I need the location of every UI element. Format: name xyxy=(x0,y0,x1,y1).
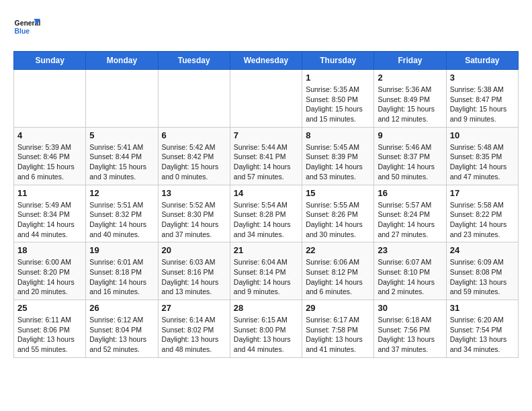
calendar-cell: 30Sunrise: 6:18 AMSunset: 7:56 PMDayligh… xyxy=(374,300,446,358)
calendar-cell xyxy=(230,70,302,128)
day-number: 22 xyxy=(306,245,370,255)
day-number: 15 xyxy=(306,188,370,198)
calendar-cell: 24Sunrise: 6:09 AMSunset: 8:08 PMDayligh… xyxy=(446,242,518,300)
day-info: Sunrise: 5:51 AMSunset: 8:32 PMDaylight:… xyxy=(89,200,154,240)
day-number: 28 xyxy=(234,303,298,313)
day-number: 1 xyxy=(306,73,370,83)
day-info: Sunrise: 6:06 AMSunset: 8:12 PMDaylight:… xyxy=(306,257,370,297)
day-of-week-header: Wednesday xyxy=(230,52,302,70)
day-number: 17 xyxy=(450,188,515,198)
day-of-week-header: Saturday xyxy=(446,52,518,70)
calendar-cell: 18Sunrise: 6:00 AMSunset: 8:20 PMDayligh… xyxy=(14,242,86,300)
calendar-cell: 26Sunrise: 6:12 AMSunset: 8:04 PMDayligh… xyxy=(86,300,158,358)
calendar-cell xyxy=(86,70,158,128)
day-number: 23 xyxy=(378,245,442,255)
calendar-cell: 27Sunrise: 6:14 AMSunset: 8:02 PMDayligh… xyxy=(158,300,230,358)
day-number: 25 xyxy=(17,303,82,313)
calendar-cell: 5Sunrise: 5:41 AMSunset: 8:44 PMDaylight… xyxy=(86,127,158,185)
calendar-cell: 31Sunrise: 6:20 AMSunset: 7:54 PMDayligh… xyxy=(446,300,518,358)
day-info: Sunrise: 6:11 AMSunset: 8:06 PMDaylight:… xyxy=(17,315,82,355)
calendar-cell: 7Sunrise: 5:44 AMSunset: 8:41 PMDaylight… xyxy=(230,127,302,185)
day-number: 26 xyxy=(89,303,154,313)
day-info: Sunrise: 6:00 AMSunset: 8:20 PMDaylight:… xyxy=(17,257,82,297)
day-info: Sunrise: 5:45 AMSunset: 8:39 PMDaylight:… xyxy=(306,142,370,182)
calendar-cell: 23Sunrise: 6:07 AMSunset: 8:10 PMDayligh… xyxy=(374,242,446,300)
calendar-cell: 14Sunrise: 5:54 AMSunset: 8:28 PMDayligh… xyxy=(230,185,302,242)
calendar-cell: 16Sunrise: 5:57 AMSunset: 8:24 PMDayligh… xyxy=(374,185,446,242)
day-number: 10 xyxy=(450,130,515,140)
day-info: Sunrise: 6:09 AMSunset: 8:08 PMDaylight:… xyxy=(450,257,515,297)
day-of-week-header: Thursday xyxy=(302,52,374,70)
calendar-cell: 10Sunrise: 5:48 AMSunset: 8:35 PMDayligh… xyxy=(446,127,518,185)
day-info: Sunrise: 5:36 AMSunset: 8:49 PMDaylight:… xyxy=(378,85,442,124)
calendar-cell: 19Sunrise: 6:01 AMSunset: 8:18 PMDayligh… xyxy=(86,242,158,300)
day-info: Sunrise: 5:35 AMSunset: 8:50 PMDaylight:… xyxy=(306,85,370,124)
calendar-table: SundayMondayTuesdayWednesdayThursdayFrid… xyxy=(13,51,519,358)
logo: General Blue xyxy=(13,13,40,40)
day-info: Sunrise: 6:14 AMSunset: 8:02 PMDaylight:… xyxy=(162,315,226,355)
calendar-cell: 2Sunrise: 5:36 AMSunset: 8:49 PMDaylight… xyxy=(374,70,446,128)
day-info: Sunrise: 5:58 AMSunset: 8:22 PMDaylight:… xyxy=(450,200,515,240)
day-number: 18 xyxy=(17,245,82,255)
calendar-cell: 29Sunrise: 6:17 AMSunset: 7:58 PMDayligh… xyxy=(302,300,374,358)
day-info: Sunrise: 6:04 AMSunset: 8:14 PMDaylight:… xyxy=(234,257,298,297)
day-info: Sunrise: 6:01 AMSunset: 8:18 PMDaylight:… xyxy=(89,257,154,297)
day-info: Sunrise: 6:15 AMSunset: 8:00 PMDaylight:… xyxy=(234,315,298,355)
day-number: 24 xyxy=(450,245,515,255)
day-number: 5 xyxy=(89,130,154,140)
calendar-cell xyxy=(158,70,230,128)
day-number: 30 xyxy=(378,303,442,313)
calendar-cell: 20Sunrise: 6:03 AMSunset: 8:16 PMDayligh… xyxy=(158,242,230,300)
day-info: Sunrise: 6:17 AMSunset: 7:58 PMDaylight:… xyxy=(306,315,370,355)
day-info: Sunrise: 5:54 AMSunset: 8:28 PMDaylight:… xyxy=(234,200,298,240)
day-of-week-header: Sunday xyxy=(14,52,86,70)
page-header: General Blue xyxy=(13,13,519,40)
day-info: Sunrise: 6:18 AMSunset: 7:56 PMDaylight:… xyxy=(378,315,442,355)
calendar-cell: 15Sunrise: 5:55 AMSunset: 8:26 PMDayligh… xyxy=(302,185,374,242)
day-info: Sunrise: 6:03 AMSunset: 8:16 PMDaylight:… xyxy=(162,257,226,297)
day-number: 3 xyxy=(450,73,515,83)
day-number: 20 xyxy=(162,245,226,255)
day-info: Sunrise: 5:48 AMSunset: 8:35 PMDaylight:… xyxy=(450,142,515,182)
day-of-week-header: Friday xyxy=(374,52,446,70)
day-info: Sunrise: 6:20 AMSunset: 7:54 PMDaylight:… xyxy=(450,315,515,355)
day-info: Sunrise: 5:46 AMSunset: 8:37 PMDaylight:… xyxy=(378,142,442,182)
day-number: 8 xyxy=(306,130,370,140)
calendar-cell: 1Sunrise: 5:35 AMSunset: 8:50 PMDaylight… xyxy=(302,70,374,128)
day-number: 31 xyxy=(450,303,515,313)
day-of-week-header: Monday xyxy=(86,52,158,70)
day-info: Sunrise: 5:38 AMSunset: 8:47 PMDaylight:… xyxy=(450,85,515,124)
day-info: Sunrise: 6:07 AMSunset: 8:10 PMDaylight:… xyxy=(378,257,442,297)
day-info: Sunrise: 5:39 AMSunset: 8:46 PMDaylight:… xyxy=(17,142,82,182)
day-number: 29 xyxy=(306,303,370,313)
day-number: 21 xyxy=(234,245,298,255)
calendar-cell: 8Sunrise: 5:45 AMSunset: 8:39 PMDaylight… xyxy=(302,127,374,185)
calendar-header-row: SundayMondayTuesdayWednesdayThursdayFrid… xyxy=(14,52,519,70)
day-number: 19 xyxy=(89,245,154,255)
calendar-cell xyxy=(14,70,86,128)
day-info: Sunrise: 5:57 AMSunset: 8:24 PMDaylight:… xyxy=(378,200,442,240)
calendar-cell: 11Sunrise: 5:49 AMSunset: 8:34 PMDayligh… xyxy=(14,185,86,242)
calendar-cell: 25Sunrise: 6:11 AMSunset: 8:06 PMDayligh… xyxy=(14,300,86,358)
day-info: Sunrise: 5:55 AMSunset: 8:26 PMDaylight:… xyxy=(306,200,370,240)
day-number: 16 xyxy=(378,188,442,198)
logo-icon: General Blue xyxy=(13,13,40,40)
calendar-cell: 13Sunrise: 5:52 AMSunset: 8:30 PMDayligh… xyxy=(158,185,230,242)
day-number: 7 xyxy=(234,130,298,140)
calendar-cell: 21Sunrise: 6:04 AMSunset: 8:14 PMDayligh… xyxy=(230,242,302,300)
day-number: 13 xyxy=(162,188,226,198)
day-info: Sunrise: 5:42 AMSunset: 8:42 PMDaylight:… xyxy=(162,142,226,182)
day-number: 27 xyxy=(162,303,226,313)
day-info: Sunrise: 5:52 AMSunset: 8:30 PMDaylight:… xyxy=(162,200,226,240)
day-info: Sunrise: 5:44 AMSunset: 8:41 PMDaylight:… xyxy=(234,142,298,182)
calendar-cell: 28Sunrise: 6:15 AMSunset: 8:00 PMDayligh… xyxy=(230,300,302,358)
day-number: 6 xyxy=(162,130,226,140)
svg-text:Blue: Blue xyxy=(15,28,30,35)
day-number: 4 xyxy=(17,130,82,140)
day-number: 11 xyxy=(17,188,82,198)
calendar-cell: 12Sunrise: 5:51 AMSunset: 8:32 PMDayligh… xyxy=(86,185,158,242)
day-number: 9 xyxy=(378,130,442,140)
day-info: Sunrise: 5:49 AMSunset: 8:34 PMDaylight:… xyxy=(17,200,82,240)
day-info: Sunrise: 6:12 AMSunset: 8:04 PMDaylight:… xyxy=(89,315,154,355)
day-number: 2 xyxy=(378,73,442,83)
